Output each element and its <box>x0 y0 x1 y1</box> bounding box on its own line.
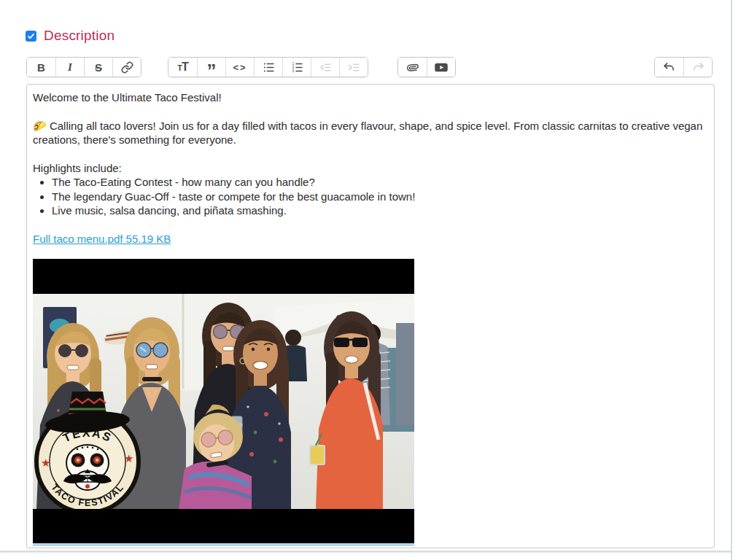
strikethrough-button[interactable]: S <box>84 58 112 77</box>
panel-divider <box>731 0 732 560</box>
embedded-image-attachment[interactable]: TEXAS TACO FESTIVAL ★ ★ <box>33 259 414 546</box>
description-header: Description <box>26 28 115 44</box>
image-selection-strip <box>33 543 414 546</box>
toolbar-group-block: TT ” <> 1 2 3 <box>168 57 368 77</box>
editor-paragraph-intro: 🌮 Calling all taco lovers! Join us for a… <box>33 119 708 147</box>
numbered-list-icon: 1 2 3 <box>291 61 303 74</box>
section-divider <box>0 551 732 552</box>
link-button[interactable] <box>112 58 141 77</box>
bullet-list-icon <box>263 61 275 74</box>
section-title: Description <box>44 28 115 44</box>
embed-video-button[interactable] <box>427 58 455 77</box>
letterbox-top <box>33 259 414 294</box>
bold-button[interactable]: B <box>27 58 55 77</box>
redo-arrow-icon <box>692 61 705 74</box>
toolbar-group-format: B I S <box>26 57 141 77</box>
description-editor[interactable]: Welcome to the Ultimate Taco Festival! 🌮… <box>26 84 715 548</box>
bullet-list-button[interactable] <box>254 58 282 77</box>
quote-button[interactable]: ” <box>197 58 225 77</box>
numbered-list-button[interactable]: 1 2 3 <box>282 58 311 77</box>
undo-arrow-icon <box>663 61 675 74</box>
attachment-link[interactable]: Full taco menu.pdf 55.19 KB <box>33 232 171 246</box>
toolbar-group-history <box>654 57 713 77</box>
svg-text:1: 1 <box>292 62 294 66</box>
attach-file-button[interactable] <box>398 58 427 77</box>
heading-button[interactable]: TT <box>168 58 197 77</box>
festival-photo: TEXAS TACO FESTIVAL ★ ★ <box>33 294 414 509</box>
svg-text:2: 2 <box>292 66 294 69</box>
editor-toolbar: B I S TT ” <> <box>0 57 741 77</box>
editor-highlights-list: The Taco-Eating Contest - how many can y… <box>33 175 708 218</box>
paperclip-icon <box>406 61 419 74</box>
indent-icon <box>348 61 360 74</box>
undo-button[interactable] <box>655 58 683 77</box>
indent-button[interactable] <box>339 58 368 77</box>
list-item: The Taco-Eating Contest - how many can y… <box>52 175 708 190</box>
logo-star-left: ★ <box>41 456 50 469</box>
code-button[interactable]: <> <box>225 58 254 77</box>
italic-button[interactable]: I <box>55 58 84 77</box>
editor-highlights-heading: Highlights include: <box>33 161 708 176</box>
outdent-icon <box>319 61 332 74</box>
chain-icon <box>121 61 133 74</box>
toolbar-group-media <box>397 57 456 77</box>
list-item: Live music, salsa dancing, and piñata sm… <box>52 203 708 218</box>
logo-star-right: ★ <box>124 452 133 464</box>
redo-button[interactable] <box>683 58 712 77</box>
sugar-skull <box>63 445 112 490</box>
video-play-icon <box>434 61 449 74</box>
list-item: The legendary Guac-Off - taste or compet… <box>52 190 708 204</box>
letterbox-bottom <box>33 509 414 543</box>
editor-paragraph-welcome: Welcome to the Ultimate Taco Festival! <box>33 90 708 105</box>
outdent-button[interactable] <box>311 58 339 77</box>
checkmark-icon <box>27 32 35 40</box>
svg-text:3: 3 <box>292 69 294 73</box>
description-checkbox[interactable] <box>26 31 36 42</box>
